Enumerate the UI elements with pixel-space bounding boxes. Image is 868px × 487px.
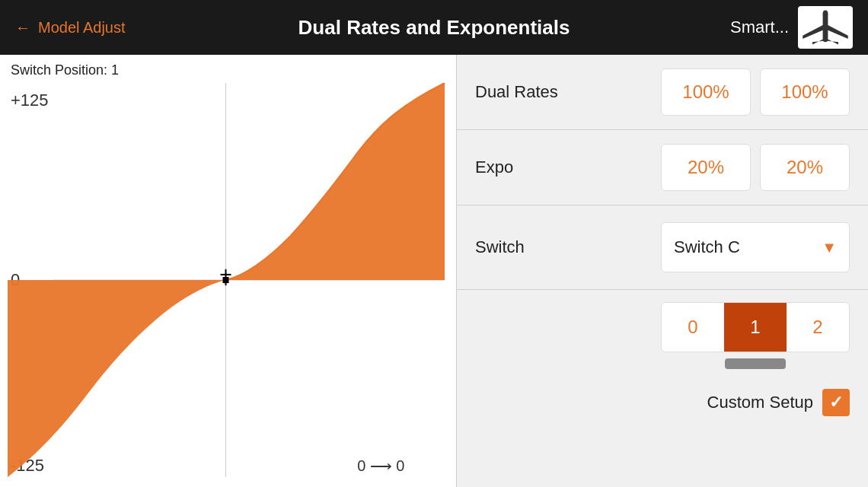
main-content: Switch Position: 1 +125 0 -125 0 ⟶ 0: [0, 55, 868, 487]
switch-selector-row: 0 1 2: [457, 290, 868, 358]
custom-setup-row: Custom Setup ✓: [457, 378, 868, 427]
model-icon[interactable]: [798, 6, 853, 49]
custom-setup-label: Custom Setup: [707, 393, 813, 412]
switch-pos-2-button[interactable]: 2: [787, 303, 849, 352]
switch-position-selector: 0 1 2: [661, 302, 850, 352]
svg-text:0 ⟶ 0: 0 ⟶ 0: [357, 457, 404, 474]
chart-area: +125 0 -125 0 ⟶ 0: [8, 83, 448, 477]
svg-point-3: [823, 10, 828, 17]
expo-value1[interactable]: 20%: [661, 144, 751, 191]
dual-rates-row: Dual Rates 100% 100%: [457, 55, 868, 130]
back-label: Model Adjust: [38, 19, 126, 37]
back-arrow-icon: ←: [15, 19, 30, 37]
dropdown-arrow-icon: ▼: [822, 239, 837, 256]
expo-values: 20% 20%: [597, 144, 850, 191]
switch-dropdown-container: Switch C ▼: [597, 222, 850, 272]
checkmark-icon: ✓: [829, 393, 843, 412]
expo-row: Expo 20% 20%: [457, 130, 868, 205]
dual-rates-values: 100% 100%: [597, 68, 850, 116]
model-name: Smart...: [730, 18, 789, 37]
svg-rect-13: [223, 277, 229, 283]
switch-pos-0-button[interactable]: 0: [662, 303, 724, 352]
dual-rates-value1[interactable]: 100%: [661, 68, 751, 116]
page-title: Dual Rates and Exponentials: [298, 16, 570, 40]
dual-rates-value2[interactable]: 100%: [760, 68, 850, 116]
switch-selected-value: Switch C: [674, 237, 740, 257]
expo-label: Expo: [475, 158, 597, 177]
switch-label: Switch: [475, 237, 597, 257]
switch-row: Switch Switch C ▼: [457, 205, 868, 290]
airplane-image: [799, 9, 851, 46]
chart-panel: Switch Position: 1 +125 0 -125 0 ⟶ 0: [0, 55, 457, 487]
dual-rates-label: Dual Rates: [475, 82, 597, 102]
custom-setup-checkbox[interactable]: ✓: [822, 389, 850, 416]
header: ← Model Adjust Dual Rates and Exponentia…: [0, 0, 868, 55]
switch-position-label: Switch Position: 1: [8, 62, 448, 78]
svg-text:+125: +125: [11, 91, 48, 110]
switch-dropdown-button[interactable]: Switch C ▼: [661, 222, 850, 272]
header-right: Smart...: [730, 6, 853, 49]
switch-pos-1-button[interactable]: 1: [724, 303, 787, 352]
switch-indicator-bar: [725, 358, 786, 369]
switch-indicator-row: [457, 358, 868, 378]
expo-value2[interactable]: 20%: [760, 144, 850, 191]
rate-curve-chart: +125 0 -125 0 ⟶ 0: [8, 83, 448, 477]
right-panel: Dual Rates 100% 100% Expo 20% 20% Switch…: [457, 55, 868, 487]
back-button[interactable]: ← Model Adjust: [15, 19, 126, 37]
